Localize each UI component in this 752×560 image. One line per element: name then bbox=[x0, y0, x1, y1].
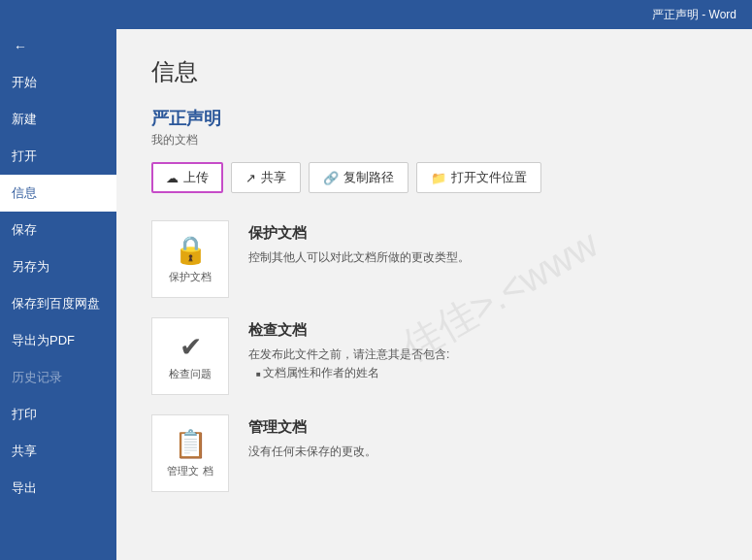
icon-label: 检查问题 bbox=[169, 367, 212, 381]
sidebar-label: 保存到百度网盘 bbox=[12, 295, 100, 313]
upload-icon: ☁ bbox=[166, 171, 179, 185]
title-bar: 严正声明 - Word bbox=[0, 0, 752, 29]
action-buttons-row: ☁上传↗共享🔗复制路径📁打开文件位置 bbox=[151, 162, 717, 193]
content-area: 佳佳>.<www 信息 严正声明 我的文档 ☁上传↗共享🔗复制路径📁打开文件位置… bbox=[116, 29, 752, 560]
icon-label: 保护文档 bbox=[169, 270, 212, 284]
sidebar-label: 打开 bbox=[12, 148, 37, 165]
title-bar-text: 严正声明 - Word bbox=[652, 7, 736, 23]
section-text-protect: 保护文档控制其他人可以对此文档所做的更改类型。 bbox=[248, 220, 470, 267]
back-icon: ← bbox=[12, 39, 29, 54]
openfileloc-icon: 📁 bbox=[431, 171, 446, 185]
section-inspect: ✔检查问题检查文档在发布此文件之前，请注意其是否包含:文档属性和作者的姓名 bbox=[151, 317, 717, 395]
action-btn-copypath[interactable]: 🔗复制路径 bbox=[309, 162, 409, 193]
sidebar-label: 新建 bbox=[12, 111, 37, 128]
sidebar-label: 打印 bbox=[12, 406, 37, 423]
copypath-icon: 🔗 bbox=[323, 171, 339, 185]
sidebar-item-save[interactable]: 保存 bbox=[0, 212, 116, 248]
section-protect: 🔒保护文档保护文档控制其他人可以对此文档所做的更改类型。 bbox=[151, 220, 717, 298]
btn-label: 上传 bbox=[183, 169, 209, 186]
sidebar-label: 开始 bbox=[12, 74, 37, 91]
protect-icon: 🔒 bbox=[174, 234, 208, 266]
section-title-protect: 保护文档 bbox=[248, 224, 470, 243]
share-icon: ↗ bbox=[245, 171, 256, 185]
sidebar-item-savebaidu[interactable]: 保存到百度网盘 bbox=[0, 285, 116, 322]
doc-path: 我的文档 bbox=[151, 132, 717, 148]
sidebar-item-start[interactable]: 开始 bbox=[0, 64, 116, 101]
sidebar-label: 导出为PDF bbox=[12, 332, 75, 349]
sidebar-item-back[interactable]: ← bbox=[0, 29, 116, 64]
sidebar-item-history: 历史记录 bbox=[0, 359, 116, 396]
sidebar-item-open[interactable]: 打开 bbox=[0, 138, 116, 175]
section-desc-inspect: 在发布此文件之前，请注意其是否包含:文档属性和作者的姓名 bbox=[248, 346, 449, 382]
section-text-manage: 管理文档没有任何未保存的更改。 bbox=[248, 414, 376, 461]
section-desc-protect: 控制其他人可以对此文档所做的更改类型。 bbox=[248, 248, 470, 267]
sidebar-item-print[interactable]: 打印 bbox=[0, 396, 116, 433]
sidebar-label: 历史记录 bbox=[12, 369, 62, 386]
section-icon-box-protect[interactable]: 🔒保护文档 bbox=[151, 220, 229, 298]
manage-icon: 📋 bbox=[174, 428, 208, 460]
sidebar-label: 导出 bbox=[12, 479, 37, 497]
sidebar-item-export[interactable]: 导出 bbox=[0, 470, 116, 507]
section-manage: 📋管理文 档管理文档没有任何未保存的更改。 bbox=[151, 414, 717, 492]
sidebar: ←开始新建打开信息保存另存为保存到百度网盘导出为PDF历史记录打印共享导出 bbox=[0, 29, 116, 560]
doc-title: 严正声明 bbox=[151, 107, 717, 130]
action-btn-share[interactable]: ↗共享 bbox=[231, 162, 301, 193]
sidebar-label: 保存 bbox=[12, 221, 37, 239]
section-desc-manage: 没有任何未保存的更改。 bbox=[248, 443, 376, 461]
action-btn-openfileloc[interactable]: 📁打开文件位置 bbox=[416, 162, 541, 193]
section-icon-box-inspect[interactable]: ✔检查问题 bbox=[151, 317, 229, 395]
sidebar-item-new[interactable]: 新建 bbox=[0, 101, 116, 138]
section-text-inspect: 检查文档在发布此文件之前，请注意其是否包含:文档属性和作者的姓名 bbox=[248, 317, 449, 382]
action-btn-upload[interactable]: ☁上传 bbox=[151, 162, 223, 193]
btn-label: 共享 bbox=[261, 169, 286, 186]
sidebar-label: 共享 bbox=[12, 443, 37, 460]
main-layout: ←开始新建打开信息保存另存为保存到百度网盘导出为PDF历史记录打印共享导出 佳佳… bbox=[0, 29, 752, 560]
page-title: 信息 bbox=[151, 56, 717, 87]
section-title-manage: 管理文档 bbox=[248, 418, 376, 437]
icon-label: 管理文 档 bbox=[167, 464, 213, 478]
sections-container: 🔒保护文档保护文档控制其他人可以对此文档所做的更改类型。✔检查问题检查文档在发布… bbox=[151, 220, 717, 492]
section-title-inspect: 检查文档 bbox=[248, 321, 449, 340]
section-icon-box-manage[interactable]: 📋管理文 档 bbox=[151, 414, 229, 492]
inspect-icon: ✔ bbox=[180, 331, 202, 363]
sidebar-item-exportpdf[interactable]: 导出为PDF bbox=[0, 322, 116, 359]
sidebar-item-info[interactable]: 信息 bbox=[0, 175, 116, 212]
bullet-item: 文档属性和作者的姓名 bbox=[256, 364, 449, 382]
btn-label: 复制路径 bbox=[343, 169, 394, 186]
sidebar-label: 另存为 bbox=[12, 258, 49, 276]
btn-label: 打开文件位置 bbox=[451, 169, 527, 186]
sidebar-label: 信息 bbox=[12, 184, 37, 202]
sidebar-item-saveas[interactable]: 另存为 bbox=[0, 248, 116, 285]
sidebar-item-share[interactable]: 共享 bbox=[0, 433, 116, 470]
